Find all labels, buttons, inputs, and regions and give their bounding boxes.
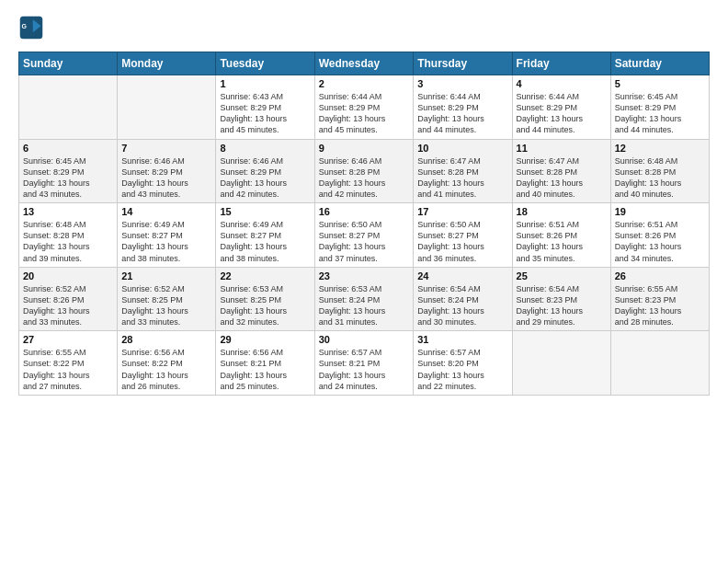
day-info: Sunrise: 6:57 AM Sunset: 8:20 PM Dayligh… [417,347,507,392]
calendar-cell: 5Sunrise: 6:45 AM Sunset: 8:29 PM Daylig… [610,75,709,140]
day-info: Sunrise: 6:56 AM Sunset: 8:22 PM Dayligh… [121,347,211,392]
calendar-cell [118,75,216,140]
day-number: 4 [517,78,607,89]
calendar-cell: 2Sunrise: 6:44 AM Sunset: 8:29 PM Daylig… [314,75,414,140]
day-info: Sunrise: 6:46 AM Sunset: 8:28 PM Dayligh… [319,155,410,201]
day-info: Sunrise: 6:54 AM Sunset: 8:23 PM Dayligh… [517,283,607,328]
calendar-cell: 18Sunrise: 6:51 AM Sunset: 8:26 PM Dayli… [512,203,610,268]
day-number: 27 [23,334,113,345]
day-info: Sunrise: 6:45 AM Sunset: 8:29 PM Dayligh… [615,91,705,136]
weekday-friday: Friday [512,52,610,75]
day-number: 1 [220,78,310,89]
day-info: Sunrise: 6:44 AM Sunset: 8:29 PM Dayligh… [417,91,507,136]
week-row-2: 6Sunrise: 6:45 AM Sunset: 8:29 PM Daylig… [19,139,710,203]
day-info: Sunrise: 6:56 AM Sunset: 8:21 PM Dayligh… [220,347,310,392]
day-number: 25 [517,270,607,282]
day-number: 14 [121,206,211,217]
day-number: 16 [319,206,410,217]
day-number: 21 [121,270,211,282]
calendar-cell: 11Sunrise: 6:47 AM Sunset: 8:28 PM Dayli… [512,139,610,203]
day-number: 22 [220,270,310,282]
calendar-table: SundayMondayTuesdayWednesdayThursdayFrid… [18,52,710,396]
day-number: 17 [417,206,507,217]
svg-text:G: G [22,23,28,29]
day-number: 23 [319,270,410,282]
weekday-tuesday: Tuesday [216,52,314,75]
calendar-cell: 8Sunrise: 6:46 AM Sunset: 8:29 PM Daylig… [216,139,314,203]
day-info: Sunrise: 6:48 AM Sunset: 8:28 PM Dayligh… [615,155,705,201]
calendar-cell: 16Sunrise: 6:50 AM Sunset: 8:27 PM Dayli… [314,203,414,268]
day-info: Sunrise: 6:44 AM Sunset: 8:29 PM Dayligh… [319,91,410,136]
calendar-cell: 4Sunrise: 6:44 AM Sunset: 8:29 PM Daylig… [512,75,610,140]
calendar-cell: 14Sunrise: 6:49 AM Sunset: 8:27 PM Dayli… [118,203,216,268]
day-number: 10 [417,143,507,154]
day-info: Sunrise: 6:46 AM Sunset: 8:29 PM Dayligh… [220,155,310,201]
day-info: Sunrise: 6:54 AM Sunset: 8:24 PM Dayligh… [417,283,507,328]
day-info: Sunrise: 6:57 AM Sunset: 8:21 PM Dayligh… [319,347,410,392]
calendar-cell: 22Sunrise: 6:53 AM Sunset: 8:25 PM Dayli… [216,267,314,331]
calendar-cell: 13Sunrise: 6:48 AM Sunset: 8:28 PM Dayli… [19,203,118,268]
day-info: Sunrise: 6:48 AM Sunset: 8:28 PM Dayligh… [23,219,113,264]
day-info: Sunrise: 6:50 AM Sunset: 8:27 PM Dayligh… [319,219,410,264]
day-info: Sunrise: 6:44 AM Sunset: 8:29 PM Dayligh… [517,91,607,136]
calendar-cell: 6Sunrise: 6:45 AM Sunset: 8:29 PM Daylig… [19,139,118,203]
calendar-cell: 25Sunrise: 6:54 AM Sunset: 8:23 PM Dayli… [512,267,610,331]
day-info: Sunrise: 6:53 AM Sunset: 8:24 PM Dayligh… [319,283,410,328]
calendar-cell: 23Sunrise: 6:53 AM Sunset: 8:24 PM Dayli… [314,267,414,331]
day-info: Sunrise: 6:49 AM Sunset: 8:27 PM Dayligh… [121,219,211,264]
day-number: 3 [417,78,507,89]
weekday-thursday: Thursday [414,52,512,75]
day-info: Sunrise: 6:45 AM Sunset: 8:29 PM Dayligh… [23,155,113,201]
week-row-5: 27Sunrise: 6:55 AM Sunset: 8:22 PM Dayli… [19,331,710,396]
day-number: 29 [220,334,310,345]
weekday-wednesday: Wednesday [314,52,414,75]
calendar-cell: 7Sunrise: 6:46 AM Sunset: 8:29 PM Daylig… [118,139,216,203]
logo: G [18,15,48,40]
day-info: Sunrise: 6:50 AM Sunset: 8:27 PM Dayligh… [417,219,507,264]
day-info: Sunrise: 6:52 AM Sunset: 8:26 PM Dayligh… [23,283,113,328]
calendar-cell: 10Sunrise: 6:47 AM Sunset: 8:28 PM Dayli… [414,139,512,203]
day-info: Sunrise: 6:49 AM Sunset: 8:27 PM Dayligh… [220,219,310,264]
calendar-cell: 17Sunrise: 6:50 AM Sunset: 8:27 PM Dayli… [414,203,512,268]
day-number: 7 [121,143,211,154]
calendar-cell: 3Sunrise: 6:44 AM Sunset: 8:29 PM Daylig… [414,75,512,140]
day-info: Sunrise: 6:43 AM Sunset: 8:29 PM Dayligh… [220,91,310,136]
logo-icon: G [18,15,44,40]
day-info: Sunrise: 6:51 AM Sunset: 8:26 PM Dayligh… [615,219,705,264]
week-row-1: 1Sunrise: 6:43 AM Sunset: 8:29 PM Daylig… [19,75,710,140]
day-number: 26 [615,270,705,282]
calendar-cell: 20Sunrise: 6:52 AM Sunset: 8:26 PM Dayli… [19,267,118,331]
calendar-cell: 24Sunrise: 6:54 AM Sunset: 8:24 PM Dayli… [414,267,512,331]
day-info: Sunrise: 6:55 AM Sunset: 8:23 PM Dayligh… [615,283,705,328]
day-number: 8 [220,143,310,154]
day-number: 6 [23,143,113,154]
week-row-3: 13Sunrise: 6:48 AM Sunset: 8:28 PM Dayli… [19,203,710,268]
header: G [18,15,710,40]
day-info: Sunrise: 6:55 AM Sunset: 8:22 PM Dayligh… [23,347,113,392]
day-number: 5 [615,78,705,89]
day-number: 9 [319,143,410,154]
day-info: Sunrise: 6:52 AM Sunset: 8:25 PM Dayligh… [121,283,211,328]
day-number: 28 [121,334,211,345]
day-number: 20 [23,270,113,282]
weekday-saturday: Saturday [610,52,709,75]
calendar-cell: 31Sunrise: 6:57 AM Sunset: 8:20 PM Dayli… [414,331,512,396]
calendar-cell: 21Sunrise: 6:52 AM Sunset: 8:25 PM Dayli… [118,267,216,331]
calendar-cell: 1Sunrise: 6:43 AM Sunset: 8:29 PM Daylig… [216,75,314,140]
page: G SundayMondayTuesdayWednesdayThursdayFr… [0,0,728,563]
calendar-cell [512,331,610,396]
calendar-cell: 30Sunrise: 6:57 AM Sunset: 8:21 PM Dayli… [314,331,414,396]
calendar-cell: 12Sunrise: 6:48 AM Sunset: 8:28 PM Dayli… [610,139,709,203]
day-info: Sunrise: 6:51 AM Sunset: 8:26 PM Dayligh… [517,219,607,264]
calendar-cell: 26Sunrise: 6:55 AM Sunset: 8:23 PM Dayli… [610,267,709,331]
day-number: 30 [319,334,410,345]
day-number: 13 [23,206,113,217]
calendar-cell [19,75,118,140]
day-info: Sunrise: 6:47 AM Sunset: 8:28 PM Dayligh… [517,155,607,201]
day-number: 31 [417,334,507,345]
weekday-sunday: Sunday [19,52,118,75]
calendar-cell: 29Sunrise: 6:56 AM Sunset: 8:21 PM Dayli… [216,331,314,396]
day-number: 12 [615,143,705,154]
day-number: 11 [517,143,607,154]
day-info: Sunrise: 6:46 AM Sunset: 8:29 PM Dayligh… [121,155,211,201]
